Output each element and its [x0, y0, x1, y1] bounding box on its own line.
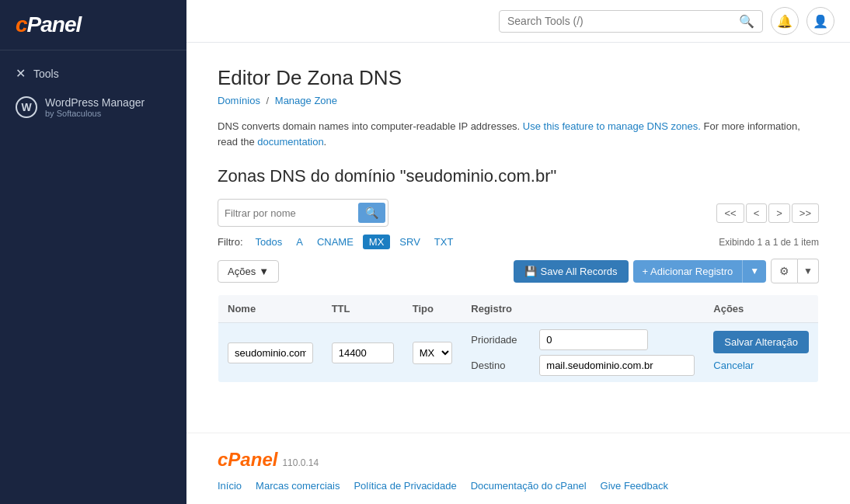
tipo-select[interactable]: MX A CNAME TXT SRV: [413, 342, 453, 364]
add-record-group: + Adicionar Registro ▼: [633, 260, 767, 283]
wordpress-manager-labels: WordPress Manager by Softaculous: [45, 96, 145, 118]
logo: cPanel: [16, 12, 171, 37]
breadcrumb-separator: /: [266, 95, 270, 106]
record-fields: Prioridade Destino: [471, 329, 695, 376]
page-title: Editor De Zona DNS: [218, 66, 819, 90]
sidebar-item-wordpress-manager[interactable]: W WordPress Manager by Softaculous: [0, 89, 186, 126]
table-row: MX A CNAME TXT SRV Prioridade: [218, 323, 819, 383]
sidebar-item-tools[interactable]: ✕ Tools: [0, 58, 186, 89]
footer-logo-text: cPanel: [218, 449, 277, 471]
filter-input[interactable]: [225, 207, 355, 219]
footer-logo-panel: Panel: [228, 449, 277, 470]
filter-label: Filtro:: [218, 236, 243, 248]
gear-chevron-icon: ▼: [803, 266, 813, 276]
acoes-button[interactable]: Ações ▼: [218, 260, 279, 283]
cell-acoes: Salvar Alteração Cancelar: [704, 323, 818, 383]
footer: cPanel 110.0.14 Início Marcas comerciais…: [186, 433, 850, 504]
gear-button[interactable]: ⚙: [771, 259, 798, 283]
filter-srv[interactable]: SRV: [395, 235, 425, 249]
search-wrapper: 🔍: [499, 10, 763, 33]
dns-table: Nome TTL Tipo Registro Ações: [218, 294, 819, 383]
filter-a[interactable]: A: [291, 235, 308, 249]
cancel-label: Cancelar: [713, 360, 754, 371]
cancel-button[interactable]: Cancelar: [713, 356, 754, 374]
save-icon: 💾: [524, 266, 537, 277]
footer-link-feedback[interactable]: Give Feedback: [601, 480, 668, 492]
filter-search-button[interactable]: 🔍: [358, 203, 385, 223]
save-all-label: Save All Records: [541, 266, 618, 277]
notification-button[interactable]: 🔔: [771, 7, 799, 35]
prioridade-input[interactable]: [539, 329, 648, 350]
tools-icon: ✕: [16, 66, 26, 81]
sidebar-nav: ✕ Tools W WordPress Manager by Softaculo…: [0, 50, 186, 134]
main-content: 🔍 🔔 👤 Editor De Zona DNS Domínios / Mana…: [186, 0, 850, 504]
documentation-link[interactable]: documentation: [257, 136, 323, 148]
add-record-button[interactable]: + Adicionar Registro: [633, 260, 743, 283]
footer-version: 110.0.14: [282, 457, 319, 468]
breadcrumb-current[interactable]: Manage Zone: [275, 95, 337, 106]
breadcrumb: Domínios / Manage Zone: [218, 95, 819, 106]
user-icon: 👤: [813, 14, 828, 29]
footer-logo: cPanel 110.0.14: [218, 449, 819, 471]
acoes-chevron-icon: ▼: [259, 266, 269, 277]
filter-types: Filtro: Todos A CNAME MX SRV TXT: [218, 235, 458, 249]
filter-mx[interactable]: MX: [363, 235, 391, 249]
cell-tipo: MX A CNAME TXT SRV: [403, 323, 462, 383]
footer-link-privacidade[interactable]: Política de Privacidade: [354, 480, 456, 492]
table-header-row: Nome TTL Tipo Registro Ações: [218, 295, 819, 323]
destino-label: Destino: [471, 360, 533, 371]
nome-input[interactable]: [228, 342, 313, 363]
gear-dropdown-button[interactable]: ▼: [798, 259, 819, 283]
filter-todos[interactable]: Todos: [251, 235, 287, 249]
col-registro: Registro: [462, 295, 704, 323]
footer-link-docs[interactable]: Documentação do cPanel: [471, 480, 587, 492]
info-text-link[interactable]: Use this feature to manage DNS zones.: [523, 120, 701, 132]
actions-right: 💾 Save All Records + Adicionar Registro …: [514, 259, 819, 283]
breadcrumb-parent[interactable]: Domínios: [218, 95, 260, 106]
col-acoes: Ações: [704, 295, 818, 323]
prioridade-row: Prioridade: [471, 329, 695, 350]
wordpress-icon: W: [16, 96, 37, 118]
wordpress-manager-label: WordPress Manager: [45, 96, 145, 109]
logo-rest: Panel: [27, 12, 82, 36]
footer-links: Início Marcas comerciais Política de Pri…: [218, 480, 819, 492]
cell-ttl: [322, 323, 403, 383]
page-next-button[interactable]: >: [768, 203, 790, 223]
info-text-end: .: [324, 136, 327, 148]
col-tipo: Tipo: [403, 295, 462, 323]
ttl-input[interactable]: [332, 342, 394, 363]
page-first-button[interactable]: <<: [716, 203, 744, 223]
page-prev-button[interactable]: <: [746, 203, 768, 223]
filter-cname[interactable]: CNAME: [312, 235, 358, 249]
gear-icon: ⚙: [779, 265, 789, 277]
table-body: MX A CNAME TXT SRV Prioridade: [218, 323, 819, 383]
zone-title: Zonas DNS do domínio "seudominio.com.br": [218, 166, 819, 186]
user-button[interactable]: 👤: [806, 7, 834, 35]
search-input[interactable]: [507, 15, 734, 27]
logo-c-letter: c: [16, 12, 27, 36]
destino-row: Destino: [471, 355, 695, 376]
table-header: Nome TTL Tipo Registro Ações: [218, 295, 819, 323]
sidebar: cPanel ✕ Tools W WordPress Manager by So…: [0, 0, 186, 504]
page-last-button[interactable]: >>: [792, 203, 819, 223]
cell-nome: [218, 323, 322, 383]
dropdown-chevron-icon: ▼: [750, 266, 759, 276]
notification-icon: 🔔: [777, 14, 793, 29]
save-all-records-button[interactable]: 💾 Save All Records: [514, 260, 629, 283]
search-button[interactable]: 🔍: [739, 14, 754, 29]
footer-link-marcas[interactable]: Marcas comerciais: [256, 480, 340, 492]
actions-left: Ações ▼: [218, 260, 279, 283]
add-record-dropdown-button[interactable]: ▼: [742, 260, 766, 283]
destino-input[interactable]: [539, 355, 695, 376]
filter-type-row: Filtro: Todos A CNAME MX SRV TXT Exibind…: [218, 235, 819, 249]
filter-input-wrap: 🔍: [218, 199, 388, 227]
footer-link-inicio[interactable]: Início: [218, 480, 242, 492]
sidebar-item-tools-label: Tools: [33, 68, 59, 80]
filter-left: 🔍: [218, 199, 388, 227]
save-change-button[interactable]: Salvar Alteração: [713, 331, 809, 353]
gear-group: ⚙ ▼: [771, 259, 819, 283]
filter-txt[interactable]: TXT: [430, 235, 458, 249]
col-nome: Nome: [218, 295, 322, 323]
pagination: << < > >>: [716, 203, 819, 223]
info-text: DNS converts domain names into computer-…: [218, 119, 819, 149]
